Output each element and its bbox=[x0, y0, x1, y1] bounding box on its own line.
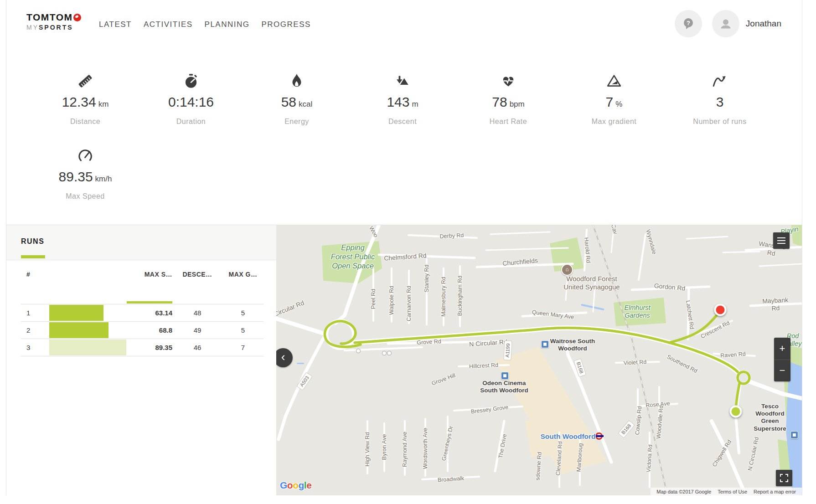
runs-panel: RUNS #MAX S…DESCE…MAX G… 163.14485268.84… bbox=[6, 225, 276, 495]
run-max-gradient: 5 bbox=[222, 326, 263, 334]
stat-unit: km/h bbox=[95, 175, 112, 183]
stat-max-speed: 89.35km/hMax Speed bbox=[32, 147, 138, 201]
column-header-max_gradient[interactable]: MAX G… bbox=[222, 271, 263, 288]
run-descent: 48 bbox=[172, 309, 222, 317]
nav-item-latest[interactable]: LATEST bbox=[93, 20, 138, 29]
report-map-error-link[interactable]: Report a map error bbox=[754, 489, 796, 494]
stat-unit: % bbox=[615, 100, 622, 108]
stat-value-line: 89.35km/h bbox=[32, 169, 138, 185]
route-polyline bbox=[325, 311, 749, 410]
column-header-max_speed[interactable]: MAX S… bbox=[127, 271, 172, 288]
sorted-column-indicator bbox=[127, 301, 172, 303]
account-avatar[interactable] bbox=[712, 10, 739, 37]
column-header-num[interactable]: # bbox=[21, 271, 49, 288]
column-header-descent[interactable]: DESCE… bbox=[172, 271, 222, 288]
nav-item-progress[interactable]: PROGRESS bbox=[255, 20, 316, 29]
nav-item-activities[interactable]: ACTIVITIES bbox=[138, 20, 199, 29]
runs-title: RUNS bbox=[21, 237, 44, 246]
runs-icon bbox=[667, 72, 773, 91]
stat-label: Descent bbox=[350, 118, 455, 126]
run-number: 2 bbox=[21, 326, 49, 334]
runs-panel-header: RUNS bbox=[6, 225, 276, 260]
run-speed-bar bbox=[49, 322, 108, 338]
run-speed-bar bbox=[49, 305, 103, 321]
google-logo-letter: g bbox=[299, 480, 304, 490]
stat-value: 58 bbox=[281, 94, 296, 109]
run-bar-cell bbox=[49, 322, 127, 339]
map-menu-button[interactable] bbox=[773, 232, 790, 249]
nav-item-planning[interactable]: PLANNING bbox=[199, 20, 256, 29]
activity-stats-section: 12.34kmDistance0:14:16Duration58kcalEner… bbox=[6, 49, 802, 225]
run-row-3[interactable]: 389.35467 bbox=[21, 339, 263, 356]
help-icon: ? bbox=[682, 17, 695, 31]
stat-energy: 58kcalEnergy bbox=[244, 72, 350, 126]
google-logo-letter: G bbox=[280, 480, 287, 490]
runs-table-body: 163.14485268.8495389.35467 bbox=[21, 304, 263, 356]
run-max-speed: 63.14 bbox=[127, 309, 172, 317]
stat-label: Max gradient bbox=[561, 118, 667, 126]
stat-label: Heart Rate bbox=[455, 118, 561, 126]
run-row-2[interactable]: 268.8495 bbox=[21, 321, 263, 339]
map-data-credit: Map data ©2017 Google bbox=[656, 489, 711, 494]
stat-value: 89.35 bbox=[59, 169, 93, 184]
app-container: TOMTOM MYSPORTS LATESTACTIVITIESPLANNING… bbox=[6, 0, 802, 495]
google-logo-letter: o bbox=[293, 480, 298, 490]
stat-unit: bpm bbox=[510, 100, 525, 108]
stat-unit: km bbox=[98, 100, 109, 108]
stat-label: Distance bbox=[32, 118, 138, 126]
fullscreen-button[interactable] bbox=[776, 470, 792, 486]
google-logo[interactable]: Google bbox=[280, 480, 311, 491]
user-icon bbox=[718, 15, 734, 32]
stat-distance: 12.34kmDistance bbox=[32, 72, 138, 126]
map-zoom-control: + − bbox=[774, 338, 790, 381]
stat-value: 78 bbox=[492, 94, 507, 109]
lower-section: RUNS #MAX S…DESCE…MAX G… 163.14485268.84… bbox=[6, 225, 802, 495]
runs-table-header: #MAX S…DESCE…MAX G… bbox=[21, 271, 263, 288]
stats-row-1: 12.34kmDistance0:14:16Duration58kcalEner… bbox=[32, 72, 773, 126]
route-end-marker[interactable] bbox=[715, 305, 726, 315]
stopwatch-icon bbox=[138, 72, 244, 91]
run-max-speed: 68.8 bbox=[127, 326, 172, 334]
heart-rate-icon bbox=[455, 72, 561, 91]
top-navigation-bar: TOMTOM MYSPORTS LATESTACTIVITIESPLANNING… bbox=[6, 0, 802, 49]
stat-label: Energy bbox=[244, 118, 350, 126]
user-name[interactable]: Jonathan bbox=[746, 19, 781, 29]
tomtom-logo[interactable]: TOMTOM MYSPORTS bbox=[26, 12, 81, 31]
stat-max-gradient: 7%Max gradient bbox=[561, 72, 667, 126]
stat-value-line: 143m bbox=[350, 94, 455, 110]
stat-heart-rate: 78bpmHeart Rate bbox=[455, 72, 561, 126]
route-map[interactable]: ⌂ WooDerby RdChelmsford RdEpping Forest … bbox=[276, 225, 802, 495]
stat-value: 12.34 bbox=[62, 94, 96, 109]
stat-label: Duration bbox=[138, 118, 244, 126]
run-descent: 46 bbox=[172, 344, 222, 351]
zoom-out-button[interactable]: − bbox=[774, 360, 790, 382]
terms-of-use-link[interactable]: Terms of Use bbox=[718, 489, 747, 494]
tomtom-wordmark: TOMTOM bbox=[26, 12, 81, 23]
ruler-icon bbox=[32, 72, 138, 91]
run-number: 1 bbox=[21, 309, 49, 317]
stat-value-line: 3 bbox=[667, 94, 773, 110]
google-logo-letter: e bbox=[306, 480, 311, 490]
stat-unit: m bbox=[412, 100, 418, 108]
stat-value-line: 58kcal bbox=[244, 94, 350, 110]
stat-label: Number of runs bbox=[667, 118, 773, 126]
route-waypoint-dots bbox=[356, 349, 392, 355]
mysports-wordmark: MYSPORTS bbox=[26, 24, 81, 31]
run-max-gradient: 5 bbox=[222, 309, 263, 317]
route-layer bbox=[276, 225, 802, 495]
zoom-in-button[interactable]: + bbox=[774, 338, 790, 360]
header-right: ? Jonathan bbox=[665, 10, 781, 37]
stat-label: Max Speed bbox=[32, 192, 138, 201]
flame-icon bbox=[244, 72, 350, 91]
stat-number-of-runs: 3Number of runs bbox=[667, 72, 773, 126]
run-row-1[interactable]: 163.14485 bbox=[21, 304, 263, 321]
help-button[interactable]: ? bbox=[675, 10, 702, 37]
stat-descent: 143mDescent bbox=[350, 72, 455, 126]
run-bar-cell bbox=[49, 304, 127, 321]
stat-value: 0:14:16 bbox=[168, 94, 214, 109]
stat-value: 3 bbox=[716, 94, 724, 109]
route-start-marker[interactable] bbox=[731, 406, 741, 417]
tomtom-logo-icon bbox=[73, 14, 81, 21]
stat-value-line: 7% bbox=[561, 94, 667, 110]
stats-row-2: 89.35km/hMax Speed bbox=[32, 147, 138, 201]
